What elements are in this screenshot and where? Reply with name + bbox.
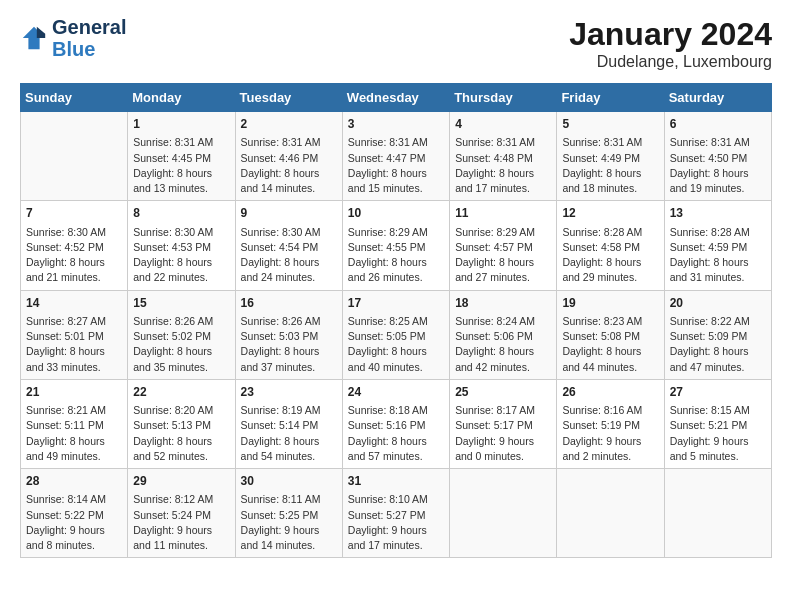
calendar-table: SundayMondayTuesdayWednesdayThursdayFrid… — [20, 83, 772, 558]
calendar-cell: 23Sunrise: 8:19 AM Sunset: 5:14 PM Dayli… — [235, 379, 342, 468]
calendar-cell: 7Sunrise: 8:30 AM Sunset: 4:52 PM Daylig… — [21, 201, 128, 290]
cell-content: Sunrise: 8:30 AM Sunset: 4:54 PM Dayligh… — [241, 225, 337, 286]
day-number: 15 — [133, 295, 229, 312]
calendar-cell: 16Sunrise: 8:26 AM Sunset: 5:03 PM Dayli… — [235, 290, 342, 379]
calendar-cell: 15Sunrise: 8:26 AM Sunset: 5:02 PM Dayli… — [128, 290, 235, 379]
cell-content: Sunrise: 8:31 AM Sunset: 4:49 PM Dayligh… — [562, 135, 658, 196]
calendar-cell: 29Sunrise: 8:12 AM Sunset: 5:24 PM Dayli… — [128, 469, 235, 558]
column-header-monday: Monday — [128, 84, 235, 112]
day-number: 19 — [562, 295, 658, 312]
cell-content: Sunrise: 8:28 AM Sunset: 4:58 PM Dayligh… — [562, 225, 658, 286]
cell-content: Sunrise: 8:20 AM Sunset: 5:13 PM Dayligh… — [133, 403, 229, 464]
day-number: 16 — [241, 295, 337, 312]
day-number: 3 — [348, 116, 444, 133]
cell-content: Sunrise: 8:26 AM Sunset: 5:02 PM Dayligh… — [133, 314, 229, 375]
day-number: 12 — [562, 205, 658, 222]
day-number: 11 — [455, 205, 551, 222]
column-header-sunday: Sunday — [21, 84, 128, 112]
calendar-cell: 25Sunrise: 8:17 AM Sunset: 5:17 PM Dayli… — [450, 379, 557, 468]
calendar-cell — [557, 469, 664, 558]
cell-content: Sunrise: 8:29 AM Sunset: 4:55 PM Dayligh… — [348, 225, 444, 286]
day-number: 14 — [26, 295, 122, 312]
page-subtitle: Dudelange, Luxembourg — [569, 53, 772, 71]
column-header-tuesday: Tuesday — [235, 84, 342, 112]
day-number: 10 — [348, 205, 444, 222]
logo: General Blue — [20, 16, 126, 60]
cell-content: Sunrise: 8:18 AM Sunset: 5:16 PM Dayligh… — [348, 403, 444, 464]
calendar-cell: 8Sunrise: 8:30 AM Sunset: 4:53 PM Daylig… — [128, 201, 235, 290]
calendar-week-row: 14Sunrise: 8:27 AM Sunset: 5:01 PM Dayli… — [21, 290, 772, 379]
calendar-cell: 10Sunrise: 8:29 AM Sunset: 4:55 PM Dayli… — [342, 201, 449, 290]
column-header-friday: Friday — [557, 84, 664, 112]
day-number: 17 — [348, 295, 444, 312]
column-header-thursday: Thursday — [450, 84, 557, 112]
column-header-wednesday: Wednesday — [342, 84, 449, 112]
svg-marker-1 — [37, 27, 45, 38]
cell-content: Sunrise: 8:19 AM Sunset: 5:14 PM Dayligh… — [241, 403, 337, 464]
day-number: 21 — [26, 384, 122, 401]
calendar-cell: 2Sunrise: 8:31 AM Sunset: 4:46 PM Daylig… — [235, 112, 342, 201]
day-number: 29 — [133, 473, 229, 490]
day-number: 27 — [670, 384, 766, 401]
cell-content: Sunrise: 8:29 AM Sunset: 4:57 PM Dayligh… — [455, 225, 551, 286]
calendar-cell — [450, 469, 557, 558]
cell-content: Sunrise: 8:31 AM Sunset: 4:47 PM Dayligh… — [348, 135, 444, 196]
day-number: 24 — [348, 384, 444, 401]
calendar-cell: 27Sunrise: 8:15 AM Sunset: 5:21 PM Dayli… — [664, 379, 771, 468]
calendar-header-row: SundayMondayTuesdayWednesdayThursdayFrid… — [21, 84, 772, 112]
day-number: 4 — [455, 116, 551, 133]
calendar-cell: 19Sunrise: 8:23 AM Sunset: 5:08 PM Dayli… — [557, 290, 664, 379]
day-number: 28 — [26, 473, 122, 490]
day-number: 23 — [241, 384, 337, 401]
cell-content: Sunrise: 8:31 AM Sunset: 4:46 PM Dayligh… — [241, 135, 337, 196]
calendar-cell: 24Sunrise: 8:18 AM Sunset: 5:16 PM Dayli… — [342, 379, 449, 468]
cell-content: Sunrise: 8:30 AM Sunset: 4:53 PM Dayligh… — [133, 225, 229, 286]
calendar-cell: 6Sunrise: 8:31 AM Sunset: 4:50 PM Daylig… — [664, 112, 771, 201]
cell-content: Sunrise: 8:31 AM Sunset: 4:48 PM Dayligh… — [455, 135, 551, 196]
calendar-week-row: 28Sunrise: 8:14 AM Sunset: 5:22 PM Dayli… — [21, 469, 772, 558]
day-number: 5 — [562, 116, 658, 133]
calendar-cell: 18Sunrise: 8:24 AM Sunset: 5:06 PM Dayli… — [450, 290, 557, 379]
day-number: 13 — [670, 205, 766, 222]
cell-content: Sunrise: 8:31 AM Sunset: 4:45 PM Dayligh… — [133, 135, 229, 196]
calendar-cell: 17Sunrise: 8:25 AM Sunset: 5:05 PM Dayli… — [342, 290, 449, 379]
cell-content: Sunrise: 8:15 AM Sunset: 5:21 PM Dayligh… — [670, 403, 766, 464]
logo-icon — [20, 24, 48, 52]
cell-content: Sunrise: 8:11 AM Sunset: 5:25 PM Dayligh… — [241, 492, 337, 553]
calendar-week-row: 1Sunrise: 8:31 AM Sunset: 4:45 PM Daylig… — [21, 112, 772, 201]
page-title: January 2024 — [569, 16, 772, 53]
calendar-cell: 12Sunrise: 8:28 AM Sunset: 4:58 PM Dayli… — [557, 201, 664, 290]
day-number: 7 — [26, 205, 122, 222]
cell-content: Sunrise: 8:30 AM Sunset: 4:52 PM Dayligh… — [26, 225, 122, 286]
cell-content: Sunrise: 8:16 AM Sunset: 5:19 PM Dayligh… — [562, 403, 658, 464]
calendar-cell: 14Sunrise: 8:27 AM Sunset: 5:01 PM Dayli… — [21, 290, 128, 379]
calendar-cell: 20Sunrise: 8:22 AM Sunset: 5:09 PM Dayli… — [664, 290, 771, 379]
cell-content: Sunrise: 8:10 AM Sunset: 5:27 PM Dayligh… — [348, 492, 444, 553]
cell-content: Sunrise: 8:27 AM Sunset: 5:01 PM Dayligh… — [26, 314, 122, 375]
cell-content: Sunrise: 8:25 AM Sunset: 5:05 PM Dayligh… — [348, 314, 444, 375]
cell-content: Sunrise: 8:12 AM Sunset: 5:24 PM Dayligh… — [133, 492, 229, 553]
day-number: 22 — [133, 384, 229, 401]
calendar-cell: 11Sunrise: 8:29 AM Sunset: 4:57 PM Dayli… — [450, 201, 557, 290]
cell-content: Sunrise: 8:23 AM Sunset: 5:08 PM Dayligh… — [562, 314, 658, 375]
calendar-cell: 3Sunrise: 8:31 AM Sunset: 4:47 PM Daylig… — [342, 112, 449, 201]
day-number: 9 — [241, 205, 337, 222]
calendar-cell — [664, 469, 771, 558]
cell-content: Sunrise: 8:14 AM Sunset: 5:22 PM Dayligh… — [26, 492, 122, 553]
day-number: 31 — [348, 473, 444, 490]
logo-text-general: General — [52, 16, 126, 38]
cell-content: Sunrise: 8:17 AM Sunset: 5:17 PM Dayligh… — [455, 403, 551, 464]
calendar-cell: 21Sunrise: 8:21 AM Sunset: 5:11 PM Dayli… — [21, 379, 128, 468]
calendar-week-row: 7Sunrise: 8:30 AM Sunset: 4:52 PM Daylig… — [21, 201, 772, 290]
day-number: 18 — [455, 295, 551, 312]
day-number: 1 — [133, 116, 229, 133]
calendar-cell: 31Sunrise: 8:10 AM Sunset: 5:27 PM Dayli… — [342, 469, 449, 558]
calendar-cell: 5Sunrise: 8:31 AM Sunset: 4:49 PM Daylig… — [557, 112, 664, 201]
page-header: General Blue January 2024 Dudelange, Lux… — [20, 16, 772, 71]
column-header-saturday: Saturday — [664, 84, 771, 112]
logo-text-blue: Blue — [52, 38, 95, 60]
cell-content: Sunrise: 8:24 AM Sunset: 5:06 PM Dayligh… — [455, 314, 551, 375]
calendar-cell: 30Sunrise: 8:11 AM Sunset: 5:25 PM Dayli… — [235, 469, 342, 558]
day-number: 30 — [241, 473, 337, 490]
day-number: 20 — [670, 295, 766, 312]
